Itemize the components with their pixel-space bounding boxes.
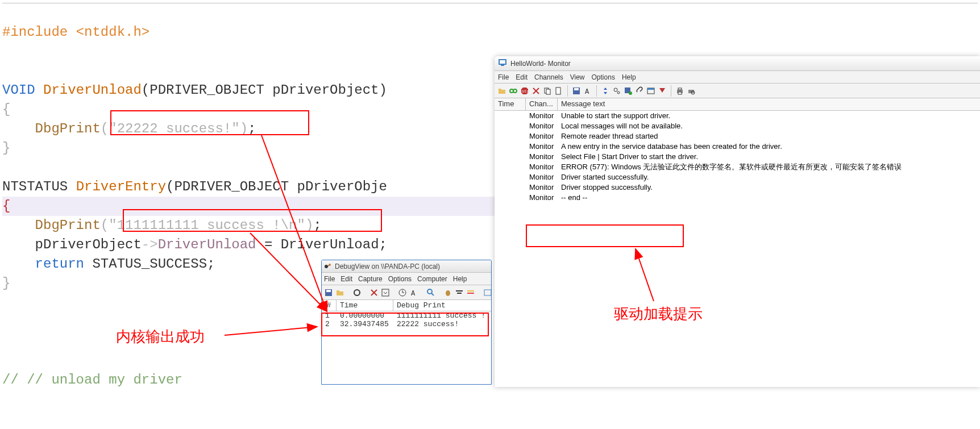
save-icon[interactable]: [571, 86, 582, 96]
debugview-menu-help[interactable]: Help: [453, 275, 467, 283]
copy-icon[interactable]: [542, 86, 553, 96]
link-icon[interactable]: [508, 86, 518, 96]
debugview-menu-edit[interactable]: Edit: [340, 275, 352, 283]
debugview-menu-file[interactable]: File: [324, 275, 335, 283]
marker-icon[interactable]: [657, 86, 667, 96]
wrap-icon[interactable]: [483, 288, 492, 297]
svg-rect-8: [382, 289, 389, 296]
monitor-menu-options[interactable]: Options: [592, 73, 615, 81]
monitor-menu-file[interactable]: File: [498, 73, 509, 81]
monitor-row[interactable]: MonitorDriver stopped successfully.: [495, 182, 980, 193]
bug-icon[interactable]: [443, 288, 452, 297]
monitor-row[interactable]: MonitorA new entry in the service databa…: [495, 141, 980, 152]
arrow-op: ->: [142, 237, 158, 252]
monitor-row-chan: Monitor: [526, 121, 558, 131]
monitor-app-icon: [498, 58, 507, 69]
clear-icon[interactable]: [369, 288, 379, 297]
monitor-menu-help[interactable]: Help: [622, 73, 636, 81]
monitor-row[interactable]: Monitor-- end --: [495, 193, 980, 203]
new-icon[interactable]: [554, 86, 564, 96]
open-icon[interactable]: [335, 288, 344, 297]
kernel-output-label: 内核输出成功: [116, 327, 205, 347]
debugview-col-time[interactable]: Time: [337, 300, 393, 311]
window-icon[interactable]: [646, 86, 656, 96]
autoscroll-icon[interactable]: [381, 288, 390, 297]
svg-point-39: [614, 88, 617, 91]
monitor-col-chan[interactable]: Chan...: [526, 98, 558, 110]
print-preview-icon[interactable]: [686, 86, 696, 96]
unload-fn-name: DriverUnload: [43, 82, 142, 98]
svg-rect-37: [574, 88, 579, 90]
svg-rect-16: [456, 290, 463, 291]
svg-point-40: [617, 91, 620, 94]
open-icon[interactable]: [497, 86, 507, 96]
monitor-toolbar: stop A: [495, 84, 980, 98]
monitor-row[interactable]: MonitorDriver started successfully.: [495, 172, 980, 182]
clear-icon[interactable]: [531, 86, 541, 96]
monitor-row[interactable]: MonitorRemote reader thread started: [495, 131, 980, 141]
svg-text:A: A: [585, 88, 589, 95]
svg-rect-47: [678, 92, 682, 94]
gears-icon[interactable]: [612, 86, 622, 96]
save-config-icon[interactable]: [623, 86, 633, 96]
debugview-highlight-box: [321, 313, 489, 336]
monitor-menu-channels[interactable]: Channels: [534, 73, 563, 81]
debugview-titlebar[interactable]: DebugView on \\PANDA-PC (local): [322, 260, 491, 273]
member-obj: pDriverObject: [35, 237, 142, 252]
monitor-row-msg: Local messages will not be available.: [558, 121, 980, 131]
monitor-row[interactable]: MonitorERROR (577): Windows 无法验证此文件的数字签名…: [495, 162, 980, 172]
monitor-row-msg: Unable to start the support driver.: [558, 111, 980, 121]
debugview-menubar: File Edit Capture Options Computer Help: [322, 273, 491, 285]
return-kw: return: [35, 256, 84, 272]
save-icon[interactable]: [324, 288, 333, 297]
brace-open: {: [2, 102, 10, 117]
attach-icon[interactable]: [634, 86, 645, 96]
monitor-row-chan: Monitor: [526, 141, 558, 152]
monitor-row[interactable]: MonitorSelect File | Start Driver to sta…: [495, 152, 980, 162]
toolbar-sep1: [567, 85, 568, 97]
debugview-col-id[interactable]: #: [322, 300, 337, 311]
debugview-menu-options[interactable]: Options: [388, 275, 412, 283]
svg-rect-34: [546, 89, 550, 94]
entry-fn-name: DriverEntry: [76, 179, 166, 194]
member-name: DriverUnload: [158, 237, 256, 252]
stop-icon[interactable]: stop: [520, 86, 530, 96]
filter-icon[interactable]: [455, 288, 464, 297]
find-icon[interactable]: [426, 288, 435, 297]
debugview-col-msg[interactable]: Debug Print: [393, 300, 491, 311]
font-icon[interactable]: A: [409, 288, 418, 297]
svg-rect-35: [556, 88, 560, 94]
monitor-col-time[interactable]: Time: [495, 98, 526, 110]
monitor-row[interactable]: MonitorUnable to start the support drive…: [495, 111, 980, 121]
monitor-row-msg: A new entry in the service database has …: [558, 141, 980, 152]
monitor-row[interactable]: MonitorLocal messages will not be availa…: [495, 121, 980, 131]
svg-line-14: [431, 293, 434, 295]
monitor-header: Time Chan... Message text: [495, 98, 980, 111]
svg-text:stop: stop: [522, 89, 529, 94]
capture-icon[interactable]: [352, 288, 362, 297]
highlight-icon[interactable]: [466, 288, 475, 297]
monitor-col-msg[interactable]: Message text: [558, 98, 980, 110]
monitor-row-chan: Monitor: [526, 131, 558, 141]
dbgprint1-fn: DbgPrint: [35, 121, 101, 136]
debugview-menu-computer[interactable]: Computer: [417, 275, 447, 283]
include-file: <ntddk.h>: [76, 24, 150, 40]
monitor-menu-edit[interactable]: Edit: [516, 73, 528, 81]
monitor-row-msg: Driver stopped successfully.: [558, 182, 980, 193]
monitor-row-chan: Monitor: [526, 182, 558, 193]
svg-rect-19: [467, 293, 474, 294]
print-icon[interactable]: [675, 86, 685, 96]
clock-icon[interactable]: [398, 288, 407, 297]
driver-load-label: 驱动加载提示: [614, 304, 703, 324]
monitor-row-msg: -- end --: [558, 193, 980, 203]
svg-point-28: [513, 89, 517, 93]
up-down-icon[interactable]: [600, 86, 611, 96]
monitor-titlebar[interactable]: HelloWorld- Monitor: [495, 56, 980, 71]
debugview-menu-capture[interactable]: Capture: [358, 275, 383, 283]
svg-rect-25: [500, 60, 505, 64]
monitor-menubar: File Edit Channels View Options Help: [495, 71, 980, 84]
svg-text:A: A: [411, 290, 416, 297]
monitor-menu-view[interactable]: View: [570, 73, 585, 81]
top-border: [2, 3, 978, 3]
font-icon[interactable]: A: [583, 86, 593, 96]
